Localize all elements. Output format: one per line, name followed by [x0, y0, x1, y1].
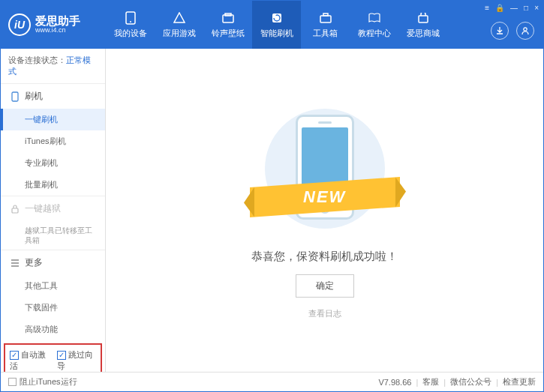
main-content: NEW 恭喜您，保资料刷机成功啦！ 确定 查看日志 [106, 49, 543, 372]
update-link[interactable]: 检查更新 [503, 376, 536, 388]
main-nav: 我的设备 应用游戏 铃声壁纸 智能刷机 工具箱 教程中心 [106, 1, 485, 49]
svg-rect-9 [12, 92, 18, 101]
ribbon-text: NEW [303, 187, 346, 207]
phone-icon [124, 11, 137, 25]
svg-rect-10 [12, 208, 18, 213]
svg-rect-7 [419, 16, 428, 22]
version-label: V7.98.66 [378, 378, 411, 387]
phone-icon [10, 91, 20, 102]
nav-media[interactable]: 铃声壁纸 [203, 1, 252, 49]
svg-rect-6 [323, 13, 328, 16]
brand: iU 爱思助手 www.i4.cn [1, 1, 106, 49]
sidebar-item-oneclick-flash[interactable]: 一键刷机 [1, 109, 105, 130]
shop-icon [416, 11, 430, 25]
sidebar-section-more[interactable]: 更多 [1, 250, 105, 275]
nav-label: 铃声壁纸 [212, 28, 245, 39]
sidebar: 设备连接状态：正常模式 刷机 一键刷机 iTunes刷机 专业刷机 批量刷机 一… [1, 49, 106, 372]
sidebar-section-flash[interactable]: 刷机 [1, 84, 105, 109]
nav-label: 教程中心 [358, 28, 391, 39]
nav-my-device[interactable]: 我的设备 [106, 1, 155, 49]
checkbox-auto-activate[interactable]: ✓自动激活 [10, 349, 50, 372]
nav-toolbox[interactable]: 工具箱 [301, 1, 350, 49]
sidebar-item-advanced[interactable]: 高级功能 [1, 319, 105, 340]
nav-apps[interactable]: 应用游戏 [155, 1, 203, 49]
close-button[interactable]: × [534, 4, 539, 12]
window-controls: ≡ 🔒 — □ × [485, 1, 543, 12]
nav-label: 爱思商城 [407, 28, 440, 39]
app-header: iU 爱思助手 www.i4.cn 我的设备 应用游戏 铃声壁纸 智能刷机 [1, 1, 543, 49]
wechat-link[interactable]: 微信公众号 [450, 376, 491, 388]
nav-label: 应用游戏 [163, 28, 196, 39]
media-icon [221, 11, 235, 25]
block-itunes-label: 阻止iTunes运行 [20, 376, 77, 388]
svg-point-8 [524, 27, 527, 30]
nav-label: 我的设备 [114, 28, 147, 39]
user-button[interactable] [516, 22, 534, 40]
sidebar-item-other-tools[interactable]: 其他工具 [1, 275, 105, 297]
app-icon [173, 11, 186, 25]
flash-icon [270, 11, 284, 25]
sidebar-item-pro-flash[interactable]: 专业刷机 [1, 152, 105, 174]
nav-tutorial[interactable]: 教程中心 [350, 1, 398, 49]
sidebar-item-batch-flash[interactable]: 批量刷机 [1, 174, 105, 196]
maximize-button[interactable]: □ [524, 4, 528, 12]
checkbox-skip-guide[interactable]: ✓跳过向导 [57, 349, 97, 372]
footer: 阻止iTunes运行 V7.98.66 | 客服 | 微信公众号 | 检查更新 [1, 372, 543, 391]
nav-shop[interactable]: 爱思商城 [398, 1, 447, 49]
service-link[interactable]: 客服 [422, 376, 439, 388]
lock-icon [10, 204, 20, 214]
settings-icon[interactable]: ≡ [485, 4, 489, 12]
book-icon [368, 11, 381, 25]
sidebar-item-itunes-flash[interactable]: iTunes刷机 [1, 130, 105, 152]
svg-point-1 [130, 21, 131, 22]
nav-flash[interactable]: 智能刷机 [252, 1, 301, 49]
connection-status: 设备连接状态：正常模式 [1, 49, 105, 84]
success-message: 恭喜您，保资料刷机成功啦！ [251, 250, 398, 264]
ok-button[interactable]: 确定 [296, 274, 354, 298]
sidebar-item-download-firmware[interactable]: 下载固件 [1, 297, 105, 319]
view-log-link[interactable]: 查看日志 [308, 308, 341, 319]
options-row: ✓自动激活 ✓跳过向导 [4, 343, 102, 372]
nav-label: 工具箱 [313, 28, 338, 39]
menu-icon [10, 258, 20, 268]
download-button[interactable] [491, 22, 509, 40]
checkbox-block-itunes[interactable] [8, 378, 17, 386]
minimize-button[interactable]: — [510, 4, 518, 12]
jailbreak-note: 越狱工具已转移至工具箱 [1, 221, 105, 250]
success-illustration: NEW [257, 101, 392, 236]
toolbox-icon [319, 11, 332, 25]
brand-subtitle: www.i4.cn [35, 27, 80, 34]
brand-logo-icon: iU [8, 13, 31, 36]
nav-label: 智能刷机 [260, 28, 293, 39]
lock-icon[interactable]: 🔒 [495, 4, 504, 12]
brand-title: 爱思助手 [35, 15, 80, 28]
svg-rect-5 [320, 16, 331, 22]
sidebar-section-jailbreak: 一键越狱 [1, 196, 105, 221]
